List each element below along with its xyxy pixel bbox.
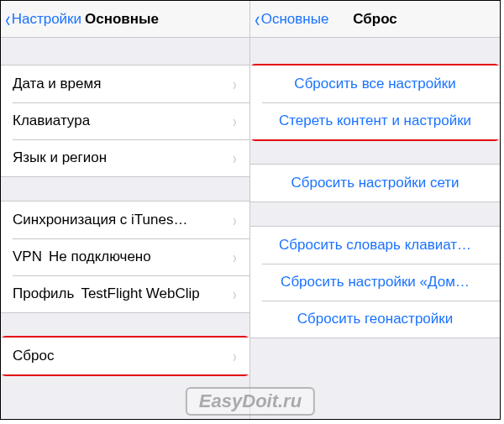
action-label: Стереть контент и настройки bbox=[262, 113, 488, 129]
group-date-keyboard-language: Дата и время › Клавиатура › Язык и регио… bbox=[1, 65, 249, 177]
row-vpn[interactable]: VPN Не подключено › bbox=[1, 238, 249, 275]
action-label: Сбросить все настройки bbox=[262, 76, 488, 92]
settings-general-pane: ‹ Настройки Основные Дата и время › Клав… bbox=[1, 1, 250, 419]
row-value: Не подключено bbox=[49, 249, 232, 265]
row-reset-home-layout[interactable]: Сбросить настройки «Дом… bbox=[250, 264, 500, 301]
row-label: VPN bbox=[13, 249, 42, 265]
row-reset[interactable]: Сброс › bbox=[1, 338, 249, 374]
back-button-general[interactable]: ‹ Основные bbox=[250, 8, 328, 30]
chevron-right-icon: › bbox=[233, 149, 237, 168]
navbar-right: ‹ Основные Сброс bbox=[250, 1, 500, 38]
row-value: TestFlight WebClip bbox=[81, 285, 232, 302]
action-label: Сбросить словарь клавиат… bbox=[262, 237, 488, 254]
group-sync-vpn-profile: Синхронизация с iTunes… › VPN Не подключ… bbox=[1, 201, 249, 313]
back-label: Основные bbox=[261, 11, 329, 28]
action-label: Сбросить геонастройки bbox=[262, 311, 488, 327]
group-reset-all-erase: Сбросить все настройки Стереть контент и… bbox=[250, 65, 500, 140]
chevron-right-icon: › bbox=[233, 347, 237, 366]
row-label: Синхронизация с iTunes… bbox=[13, 212, 187, 228]
row-language-region[interactable]: Язык и регион › bbox=[1, 139, 249, 176]
navbar-left: ‹ Настройки Основные bbox=[1, 1, 249, 38]
row-label: Дата и время bbox=[13, 76, 101, 92]
row-reset-network[interactable]: Сбросить настройки сети bbox=[250, 165, 500, 202]
row-date-time[interactable]: Дата и время › bbox=[1, 65, 249, 102]
chevron-left-icon: ‹ bbox=[5, 8, 10, 30]
chevron-right-icon: › bbox=[233, 285, 237, 304]
row-reset-location[interactable]: Сбросить геонастройки bbox=[250, 301, 500, 338]
group-reset-network: Сбросить настройки сети bbox=[250, 164, 500, 202]
right-content: Сбросить все настройки Стереть контент и… bbox=[250, 38, 500, 419]
row-label: Клавиатура bbox=[13, 113, 90, 129]
row-label: Профиль bbox=[13, 285, 74, 302]
chevron-left-icon: ‹ bbox=[255, 8, 260, 30]
app-frame: ‹ Настройки Основные Дата и время › Клав… bbox=[0, 0, 501, 420]
row-itunes-sync[interactable]: Синхронизация с iTunes… › bbox=[1, 202, 249, 238]
group-reset: Сброс › bbox=[1, 337, 249, 375]
back-label: Настройки bbox=[12, 11, 81, 28]
action-label: Сбросить настройки сети bbox=[262, 175, 488, 191]
group-reset-other: Сбросить словарь клавиат… Сбросить настр… bbox=[250, 226, 500, 338]
settings-reset-pane: ‹ Основные Сброс Сбросить все настройки … bbox=[250, 1, 500, 419]
row-profile[interactable]: Профиль TestFlight WebClip › bbox=[1, 275, 249, 312]
row-erase-all-content[interactable]: Стереть контент и настройки bbox=[250, 102, 500, 139]
chevron-right-icon: › bbox=[233, 112, 237, 131]
chevron-right-icon: › bbox=[233, 248, 237, 267]
row-label: Язык и регион bbox=[13, 149, 107, 166]
action-label: Сбросить настройки «Дом… bbox=[262, 274, 488, 291]
nav-title-general: Основные bbox=[85, 11, 159, 28]
chevron-right-icon: › bbox=[233, 75, 237, 94]
back-button-settings[interactable]: ‹ Настройки bbox=[1, 8, 81, 30]
chevron-right-icon: › bbox=[233, 211, 237, 230]
row-label: Сброс bbox=[13, 348, 54, 364]
left-content: Дата и время › Клавиатура › Язык и регио… bbox=[1, 38, 249, 419]
row-reset-all-settings[interactable]: Сбросить все настройки bbox=[250, 65, 500, 102]
row-reset-keyboard-dict[interactable]: Сбросить словарь клавиат… bbox=[250, 227, 500, 264]
row-keyboard[interactable]: Клавиатура › bbox=[1, 102, 249, 139]
